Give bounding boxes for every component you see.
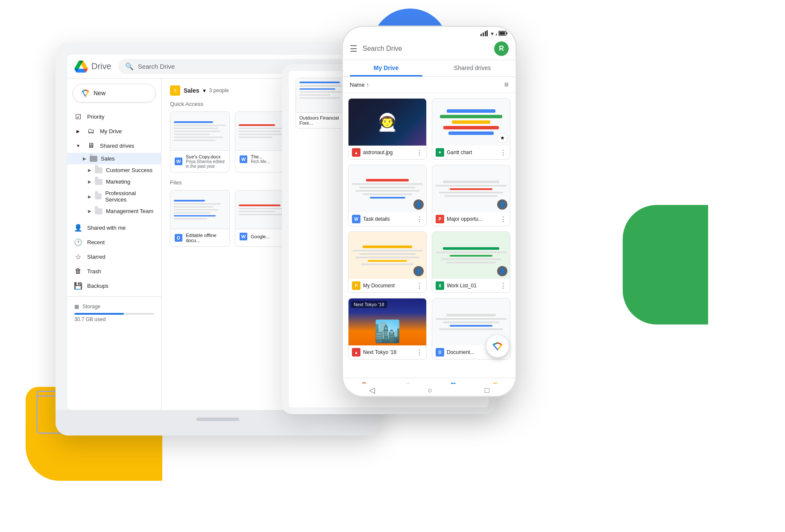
sidebar-item-sales[interactable]: ▶ Sales (67, 153, 161, 164)
svg-rect-12 (499, 32, 505, 35)
phone-file-card-task-details[interactable]: 👤 W Task details ⋮ (348, 165, 427, 226)
file-type-icon: D (175, 234, 182, 242)
phone-file-more[interactable]: ⋮ (500, 149, 507, 157)
phone-file-name: Major opportu... (447, 216, 497, 222)
phone-scroll-area[interactable]: ▲ astronaut.jpg ⋮ ★ + (343, 93, 516, 377)
phone-bottom-bar: ◁ ○ □ (343, 384, 516, 397)
sort-direction: ↑ (366, 82, 369, 88)
phone-tabs: My Drive Shared drives (343, 59, 516, 77)
starred-icon: ☆ (74, 253, 82, 260)
shared-drives-expand-icon: ▼ (74, 142, 82, 149)
phone-file-more[interactable]: ⋮ (416, 215, 423, 223)
people-badge: 👤 (497, 199, 507, 210)
tab-shared-drives[interactable]: Shared drives (429, 59, 516, 76)
sidebar-item-label: My Drive (100, 128, 122, 134)
sidebar-item-starred[interactable]: ☆ Starred (67, 249, 156, 264)
sidebar-item-label: Shared drives (100, 143, 134, 149)
phone-file-card-major-opportu[interactable]: 👤 P Major opportu... ⋮ (432, 165, 510, 226)
phone-file-card-work-list[interactable]: 👤 X Work List_01 ⋮ (432, 231, 510, 293)
search-icon: 🔍 (125, 62, 134, 70)
cs-folder-icon (95, 167, 103, 173)
phone-file-card-my-document[interactable]: 👤 P My Document ⋮ (348, 231, 427, 293)
trash-icon: 🗑 (74, 267, 82, 275)
phone-file-info: X Work List_01 ⋮ (432, 279, 510, 292)
wifi-icon: ▼▲ (490, 30, 497, 36)
phone-file-thumb-task: 👤 (349, 165, 426, 212)
drive-logo-text: Drive (91, 61, 111, 71)
phone-file-thumb-mydoc: 👤 (349, 232, 426, 279)
battery-icon (498, 31, 508, 36)
sidebar-item-customer-success[interactable]: ▶ Customer Success (67, 164, 161, 176)
phone-file-more[interactable]: ⋮ (416, 348, 423, 357)
phone-file-card-gantt[interactable]: ★ + Gantt chart ⋮ (432, 98, 510, 160)
phone-search-text[interactable]: Search Drive (363, 45, 489, 53)
file-meta: Priya Sharma edited in the past year (186, 159, 225, 169)
sidebar-item-mkt-label: Marketing (106, 178, 130, 185)
phone-file-card-astronaut[interactable]: ▲ astronaut.jpg ⋮ (348, 98, 427, 160)
new-plus-icon (81, 88, 90, 98)
phone-list-icon[interactable]: ≡ (504, 80, 509, 89)
sidebar-item-priority[interactable]: ☑ Priority (67, 109, 156, 124)
phone-sort-label[interactable]: Name ↑ (350, 82, 369, 88)
phone-file-card-next-tokyo[interactable]: Next Tokyo '18 ▲ Next Tokyo '18 ⋮ (348, 298, 427, 360)
phone-file-more[interactable]: ⋮ (416, 149, 423, 157)
phone-file-icon-slides: P (352, 281, 360, 290)
sidebar-item-swm-label: Shared with me (87, 225, 126, 231)
bg-green-shape (623, 205, 708, 324)
svg-rect-11 (507, 32, 508, 35)
fab-plus-icon (492, 340, 504, 352)
sidebar-item-marketing[interactable]: ▶ Marketing (67, 176, 161, 187)
phone-menu-icon[interactable]: ☰ (350, 44, 357, 54)
phone-file-thumb-worklist: 👤 (432, 232, 510, 279)
android-home-btn[interactable]: ○ (428, 386, 432, 395)
ps-expand-icon: ▶ (88, 194, 91, 199)
svg-rect-6 (483, 32, 484, 36)
sidebar-item-backups-label: Backups (87, 283, 108, 289)
sidebar-item-sales-label: Sales (101, 155, 115, 162)
sidebar-item-label: Priority (87, 114, 104, 120)
sidebar-item-prof-services[interactable]: ▶ Professional Services (67, 187, 161, 205)
sidebar-item-management[interactable]: ▶ Management Team (67, 205, 161, 217)
phone-fab[interactable] (486, 335, 509, 357)
sales-folder-icon (90, 156, 97, 162)
signal-icon (480, 30, 488, 36)
phone-file-more[interactable]: ⋮ (500, 215, 507, 223)
sort-name: Name (350, 82, 365, 88)
phone-file-name: Work List_01 (447, 283, 497, 289)
sidebar-item-trash[interactable]: 🗑 Trash (67, 264, 156, 278)
drive-logo-icon (74, 61, 88, 73)
sidebar-item-recent-label: Recent (87, 239, 105, 246)
file-details: Sue's Copy.docx Priya Sharma edited in t… (186, 154, 225, 169)
svg-marker-8 (486, 30, 488, 36)
tab-my-drive[interactable]: My Drive (343, 59, 429, 76)
sidebar-item-recent[interactable]: 🕐 Recent (67, 235, 156, 249)
android-recents-btn[interactable]: □ (485, 386, 489, 395)
file-name: The... (251, 154, 270, 159)
tab-shared-drives-label: Shared drives (454, 64, 491, 71)
sidebar-item-mydrive[interactable]: ▶ 🗂 My Drive (67, 124, 156, 138)
phone-device: ▼▲ ☰ Search Drive R My Drive Shared driv… (342, 26, 517, 397)
sidebar-storage: ▦ Storage 30.7 GB used (67, 296, 161, 329)
new-button[interactable]: New (73, 84, 156, 102)
file-card-sues-copy[interactable]: W Sue's Copy.docx Priya Sharma edited in… (170, 111, 230, 172)
file-card-editable[interactable]: D Editable offline docu... (170, 190, 230, 247)
sidebar-item-shared-with-me[interactable]: 👤 Shared with me (67, 220, 156, 235)
phone-file-info: + Gantt chart ⋮ (432, 146, 510, 159)
sidebar-item-ps-label: Professional Services (105, 190, 154, 203)
city-label: Next Tokyo '18 (351, 301, 387, 308)
phone-file-name: My Document (363, 283, 413, 289)
svg-rect-7 (485, 31, 486, 36)
file-type-icon: W (240, 155, 247, 163)
storage-icon: ▦ (74, 304, 79, 310)
sidebar-item-backups[interactable]: 💾 Backups (67, 278, 156, 293)
svg-line-16 (493, 345, 498, 350)
android-back-btn[interactable]: ◁ (369, 386, 375, 395)
storage-used: 30.7 GB used (74, 316, 154, 322)
phone-avatar[interactable]: R (494, 41, 509, 56)
mydrive-icon: 🗂 (87, 127, 95, 135)
phone-file-more[interactable]: ⋮ (500, 282, 507, 290)
sidebar-item-shared-drives[interactable]: ▼ 🖥 Shared drives (67, 138, 156, 153)
phone-file-name: Next Tokyo '18 (363, 349, 413, 355)
phone-file-more[interactable]: ⋮ (416, 282, 423, 290)
file-type-icon: W (175, 158, 182, 165)
